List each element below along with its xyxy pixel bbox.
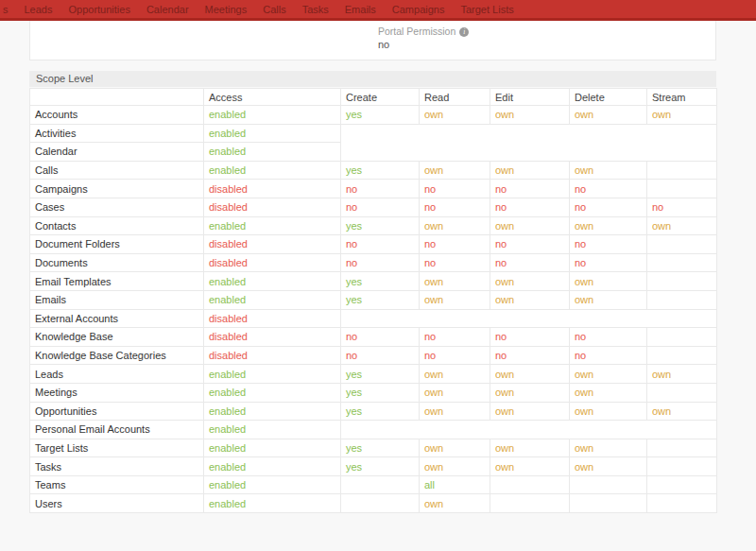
read-value: all — [420, 475, 490, 494]
read-value: no — [420, 346, 490, 365]
stream-value — [647, 290, 717, 309]
access-value: enabled — [204, 161, 341, 180]
portal-permission-label: Portal Permission i — [378, 26, 715, 37]
read-value: no — [420, 180, 490, 198]
scope-level-section: Scope Level AccessCreateReadEditDeleteSt… — [29, 71, 716, 513]
column-header-create: Create — [341, 89, 420, 106]
read-value: own — [420, 494, 490, 513]
delete-value: no — [570, 253, 647, 272]
nav-item-meetings[interactable]: Meetings — [205, 4, 248, 15]
info-icon[interactable]: i — [459, 27, 469, 37]
access-value: disabled — [204, 309, 341, 328]
scope-table: AccessCreateReadEditDeleteStream Account… — [29, 88, 717, 513]
create-value: yes — [341, 365, 420, 384]
delete-value — [570, 475, 647, 494]
delete-value: own — [570, 402, 647, 421]
row-label: Campaigns — [30, 180, 204, 198]
table-row: Usersenabledown — [30, 494, 717, 513]
empty-cell — [341, 124, 717, 143]
create-value: no — [341, 180, 420, 198]
row-label: Documents — [30, 253, 204, 272]
column-header-edit: Edit — [490, 89, 570, 106]
stream-value: own — [647, 365, 717, 384]
stream-value — [647, 439, 717, 457]
create-value: yes — [341, 402, 420, 421]
row-label: Calendar — [30, 143, 204, 162]
create-value: no — [341, 346, 420, 365]
nav-item-target-lists[interactable]: Target Lists — [460, 4, 513, 15]
access-value: enabled — [204, 216, 341, 235]
column-header-access: Access — [204, 89, 341, 106]
table-row: Meetingsenabledyesownownown — [30, 383, 717, 402]
nav-item-s[interactable]: s — [3, 4, 9, 15]
row-label: Teams — [30, 475, 204, 494]
column-header-delete: Delete — [570, 89, 647, 106]
nav-item-campaigns[interactable]: Campaigns — [392, 4, 445, 15]
delete-value: own — [570, 439, 647, 457]
table-row: Activitiesenabled — [30, 124, 717, 143]
table-row: Knowledge Base Categoriesdisablednononon… — [30, 346, 717, 365]
edit-value: own — [490, 106, 570, 125]
stream-value: own — [647, 216, 717, 235]
row-label: Knowledge Base Categories — [30, 346, 204, 365]
scope-level-title: Scope Level — [29, 71, 716, 87]
delete-value: no — [570, 180, 647, 198]
create-value: no — [341, 235, 420, 254]
stream-value — [647, 253, 717, 272]
table-row: Email Templatesenabledyesownownown — [30, 272, 717, 291]
access-value: enabled — [204, 290, 341, 309]
table-row: Callsenabledyesownownown — [30, 161, 717, 180]
stream-value — [647, 272, 717, 291]
empty-cell — [341, 309, 717, 328]
row-label: Accounts — [30, 106, 204, 125]
row-label: Contacts — [30, 216, 204, 235]
nav-item-emails[interactable]: Emails — [345, 4, 376, 15]
row-label: Email Templates — [30, 272, 204, 291]
access-value: enabled — [204, 365, 341, 384]
access-value: enabled — [204, 439, 341, 457]
access-value: enabled — [204, 383, 341, 402]
edit-value: no — [490, 346, 570, 365]
create-value: no — [341, 328, 420, 347]
top-navbar: sLeadsOpportunitiesCalendarMeetingsCalls… — [0, 0, 756, 21]
table-row: External Accountsdisabled — [30, 309, 717, 328]
access-value: disabled — [204, 253, 341, 272]
access-value: enabled — [204, 475, 341, 494]
nav-item-calendar[interactable]: Calendar — [146, 4, 189, 15]
portal-permission-panel: Portal Permission i no — [29, 21, 716, 60]
access-value: disabled — [204, 235, 341, 254]
create-value: yes — [341, 106, 420, 125]
scope-table-head-row: AccessCreateReadEditDeleteStream — [30, 89, 717, 106]
read-value: own — [420, 106, 490, 125]
read-value: own — [420, 402, 490, 421]
read-value: no — [420, 235, 490, 254]
nav-item-opportunities[interactable]: Opportunities — [68, 4, 129, 15]
table-row: Emailsenabledyesownownown — [30, 290, 717, 309]
create-value — [341, 494, 420, 513]
create-value: yes — [341, 290, 420, 309]
edit-value: own — [490, 457, 570, 476]
delete-value: own — [570, 106, 647, 125]
edit-value: own — [490, 365, 570, 384]
row-label: Document Folders — [30, 235, 204, 254]
table-row: Leadsenabledyesownownownown — [30, 365, 717, 384]
stream-value — [647, 161, 717, 180]
table-row: Document Foldersdisablednononono — [30, 235, 717, 254]
table-row: Opportunitiesenabledyesownownownown — [30, 402, 717, 421]
stream-value — [647, 457, 717, 476]
edit-value: no — [490, 235, 570, 254]
edit-value — [490, 475, 570, 494]
row-label: External Accounts — [30, 309, 204, 328]
read-value: own — [420, 161, 490, 180]
stream-value: no — [647, 198, 717, 216]
table-row: Documentsdisablednononono — [30, 253, 717, 272]
read-value: own — [420, 290, 490, 309]
nav-item-calls[interactable]: Calls — [263, 4, 285, 15]
read-value: own — [420, 439, 490, 457]
stream-value — [647, 180, 717, 198]
nav-item-tasks[interactable]: Tasks — [302, 4, 329, 15]
access-value: disabled — [204, 328, 341, 347]
column-header-stream: Stream — [647, 89, 717, 106]
edit-value: own — [490, 290, 570, 309]
nav-item-leads[interactable]: Leads — [25, 4, 53, 15]
